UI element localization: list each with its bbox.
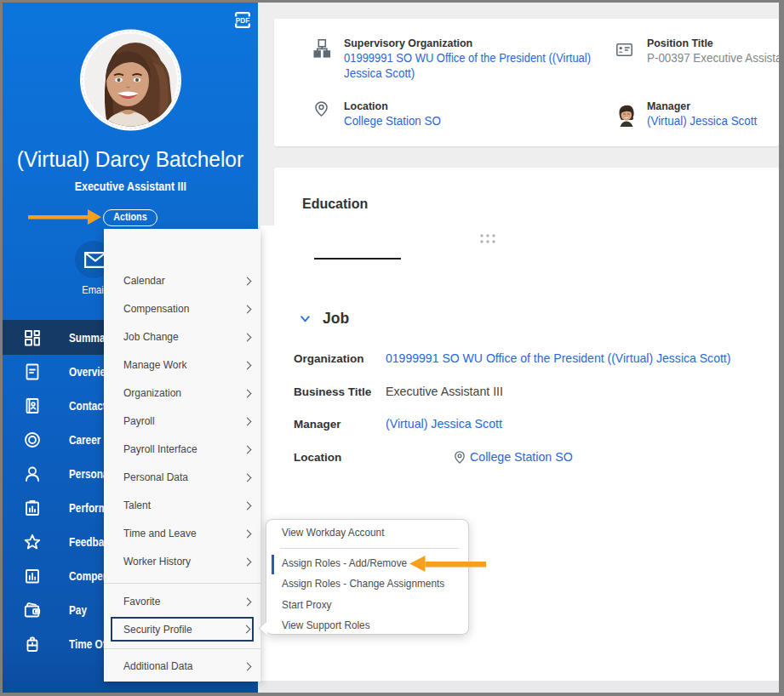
svg-text:PDF: PDF bbox=[236, 17, 249, 25]
